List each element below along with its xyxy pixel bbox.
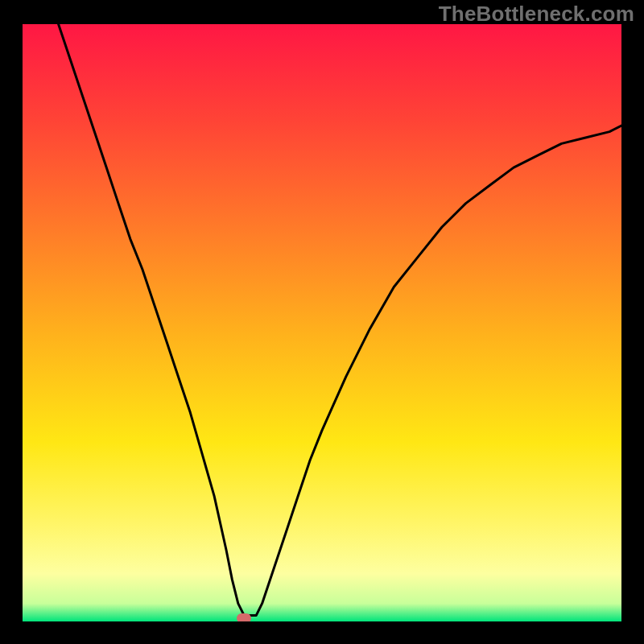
minimum-marker — [237, 613, 251, 621]
watermark-label: TheBottleneck.com — [439, 2, 634, 27]
gradient-bg — [23, 24, 621, 621]
chart-frame: TheBottleneck.com — [0, 0, 644, 644]
plot-svg — [23, 24, 621, 621]
plot-area — [23, 24, 621, 621]
